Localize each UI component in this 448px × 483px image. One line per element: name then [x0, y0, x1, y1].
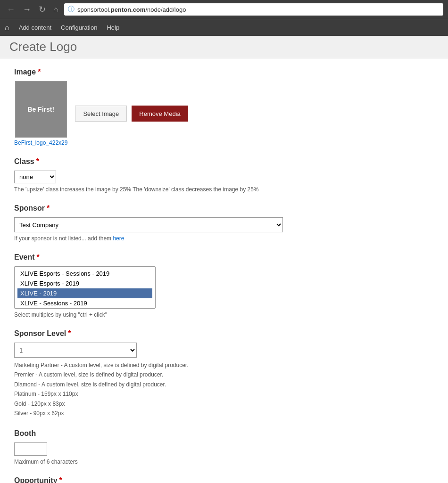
sponsor-level-required-star: *	[68, 329, 71, 337]
image-label: Image*	[14, 68, 434, 76]
booth-section: Booth Maximum of 6 characters	[14, 429, 434, 465]
level-desc-5: Silver - 90px x 62px	[14, 409, 434, 418]
event-section: Event* XLIVE Esports - Sessions - 2019 X…	[14, 253, 434, 318]
level-desc-0: Marketing Partner - A custom level, size…	[14, 360, 434, 370]
level-desc-3: Platinum - 159px x 110px	[14, 389, 434, 399]
opportunity-required-star: *	[59, 476, 62, 483]
opportunity-section: Opportunity* Maximum of 255 characters. …	[14, 476, 434, 483]
select-image-button[interactable]: Select Image	[75, 106, 127, 122]
image-filename[interactable]: BeFirst_logo_422x29	[14, 139, 67, 146]
nav-configuration[interactable]: Configuration	[61, 24, 97, 31]
address-bar[interactable]: ⓘ sponsortool.penton.com/node/add/logo	[64, 3, 443, 16]
home-button[interactable]: ⌂	[51, 4, 60, 16]
image-preview-text: Be First!	[27, 106, 54, 113]
image-required-star: *	[38, 68, 41, 76]
image-section: Image* Be First! BeFirst_logo_422x29 Sel…	[14, 68, 434, 146]
image-container: Be First! BeFirst_logo_422x29 Select Ima…	[14, 81, 434, 146]
sponsor-label: Sponsor*	[14, 204, 434, 213]
class-label: Class*	[14, 157, 434, 166]
page-title-bar: Create Logo	[0, 36, 448, 58]
booth-label: Booth	[14, 429, 434, 438]
top-nav: ⌂ Add content Configuration Help	[0, 19, 448, 36]
main-content: Image* Be First! BeFirst_logo_422x29 Sel…	[0, 58, 448, 483]
booth-hint: Maximum of 6 characters	[14, 458, 434, 465]
reload-button[interactable]: ↻	[37, 3, 48, 16]
home-nav-icon[interactable]: ⌂	[5, 24, 9, 32]
sponsor-level-section: Sponsor Level* 1 2 3 4 5 Marketing Partn…	[14, 329, 434, 418]
event-required-star: *	[37, 253, 40, 261]
class-select[interactable]: none upsize downsize	[14, 171, 56, 183]
back-button[interactable]: ←	[5, 4, 17, 16]
level-descriptions: Marketing Partner - A custom level, size…	[14, 360, 434, 418]
info-icon: ⓘ	[68, 5, 75, 14]
sponsor-level-select[interactable]: 1 2 3 4 5	[14, 343, 137, 358]
level-desc-1: Premier - A custom level, size is define…	[14, 370, 434, 379]
class-section: Class* none upsize downsize The 'upsize'…	[14, 157, 434, 193]
browser-chrome: ← → ↻ ⌂ ⓘ sponsortool.penton.com/node/ad…	[0, 0, 448, 19]
nav-help[interactable]: Help	[107, 24, 119, 31]
event-listbox[interactable]: XLIVE Esports - Sessions - 2019 XLIVE Es…	[14, 266, 156, 309]
sponsor-section: Sponsor* Test Company If your sponsor is…	[14, 204, 434, 242]
sponsor-required-star: *	[47, 204, 50, 212]
image-preview-wrap: Be First! BeFirst_logo_422x29	[14, 81, 67, 146]
sponsor-select[interactable]: Test Company	[14, 217, 283, 232]
page-title: Create Logo	[9, 40, 439, 54]
class-required-star: *	[36, 157, 39, 165]
opportunity-label: Opportunity*	[14, 476, 434, 483]
url-text: sponsortool.penton.com/node/add/logo	[77, 6, 186, 13]
remove-media-button[interactable]: Remove Media	[132, 106, 188, 122]
level-desc-2: Diamond - A custom level, size is define…	[14, 380, 434, 389]
class-hint: The 'upsize' class increases the image b…	[14, 186, 434, 193]
image-buttons: Select Image Remove Media	[75, 106, 188, 122]
sponsor-level-label: Sponsor Level*	[14, 329, 434, 338]
event-label: Event*	[14, 253, 434, 262]
level-desc-4: Gold - 120px x 83px	[14, 399, 434, 409]
nav-add-content[interactable]: Add content	[19, 24, 51, 31]
sponsor-hint: If your sponsor is not listed... add the…	[14, 235, 434, 242]
sponsor-hint-link[interactable]: here	[113, 235, 124, 242]
forward-button[interactable]: →	[21, 4, 33, 16]
event-hint: Select multiples by using "ctrl + click"	[14, 311, 434, 318]
booth-input[interactable]	[14, 442, 47, 456]
class-select-wrap: none upsize downsize	[14, 171, 434, 183]
image-preview: Be First!	[15, 81, 67, 138]
